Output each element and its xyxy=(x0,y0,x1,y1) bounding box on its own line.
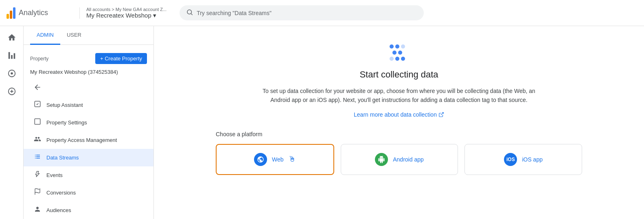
conversions-icon xyxy=(33,188,42,197)
platform-section: Choose a platform Web 🖱 Android app xyxy=(216,131,582,175)
property-label: Property xyxy=(30,56,48,62)
property-settings-label: Property Settings xyxy=(46,119,87,126)
svg-point-0 xyxy=(187,10,192,14)
breadcrumb: All accounts > My New GA4 account Z... xyxy=(86,7,166,12)
svg-point-10 xyxy=(401,44,405,49)
android-icon xyxy=(375,153,388,166)
svg-line-1 xyxy=(191,13,193,15)
search-bar[interactable]: Try searching "Data Streams" xyxy=(180,5,424,20)
sidebar-item-property-settings[interactable]: Property Settings xyxy=(24,114,153,131)
top-header: Analytics All accounts > My New GA4 acco… xyxy=(0,0,644,26)
audiences-icon xyxy=(33,206,42,215)
data-streams-icon xyxy=(33,153,42,162)
left-nav xyxy=(0,26,24,219)
sidebar-item-conversions[interactable]: Conversions xyxy=(24,184,153,201)
setup-assistant-icon xyxy=(33,100,42,110)
platform-card-web[interactable]: Web 🖱 xyxy=(216,144,334,175)
page-description: To set up data collection for your websi… xyxy=(256,86,541,105)
property-settings-icon xyxy=(33,118,42,127)
svg-point-9 xyxy=(395,44,399,49)
logo-text: Analytics xyxy=(19,9,48,17)
svg-point-15 xyxy=(401,57,405,61)
dropdown-arrow-icon: ▾ xyxy=(153,12,156,19)
svg-line-16 xyxy=(441,113,443,115)
sidebar-content: Property + Create Property My Recreatex … xyxy=(24,45,153,219)
main-content: Start collecting data To set up data col… xyxy=(154,26,644,219)
main-layout: ADMIN USER Property + Create Property My… xyxy=(0,26,644,219)
svg-point-8 xyxy=(390,44,394,49)
nav-explore-button[interactable] xyxy=(4,65,20,82)
tab-user[interactable]: USER xyxy=(60,26,88,45)
web-icon xyxy=(254,153,267,166)
sidebar-item-data-streams[interactable]: Data Streams xyxy=(24,149,153,166)
conversions-label: Conversions xyxy=(46,190,76,196)
sidebar-item-audiences[interactable]: Audiences xyxy=(24,201,153,219)
page-title: Start collecting data xyxy=(359,69,438,80)
nav-reports-button[interactable] xyxy=(4,47,20,64)
platform-cards: Web 🖱 Android app iOS iOS app xyxy=(216,144,582,175)
property-selector[interactable]: My Recreatex Webshop ▾ xyxy=(86,12,166,19)
svg-point-14 xyxy=(395,57,399,61)
web-label: Web xyxy=(272,156,284,163)
create-property-button[interactable]: + Create Property xyxy=(95,53,147,64)
nav-home-button[interactable] xyxy=(4,29,20,46)
sidebar-item-setup-assistant[interactable]: Setup Assistant xyxy=(24,96,153,114)
svg-rect-6 xyxy=(35,119,40,124)
audiences-label: Audiences xyxy=(46,207,71,213)
search-icon xyxy=(186,9,193,17)
setup-assistant-label: Setup Assistant xyxy=(46,102,83,108)
search-placeholder: Try searching "Data Streams" xyxy=(197,10,272,16)
data-streams-label: Data Streams xyxy=(46,155,79,161)
property-header: Property + Create Property xyxy=(24,50,153,67)
logo-area: Analytics xyxy=(7,7,80,19)
svg-point-3 xyxy=(11,72,13,75)
ios-label: iOS app xyxy=(522,156,543,163)
ios-platform-icon: iOS xyxy=(504,153,517,166)
svg-point-11 xyxy=(392,51,396,55)
platform-card-android[interactable]: Android app xyxy=(341,144,458,175)
svg-point-12 xyxy=(398,51,402,55)
platform-label: Choose a platform xyxy=(216,131,582,137)
nav-advertising-button[interactable] xyxy=(4,83,20,100)
svg-point-13 xyxy=(390,57,394,61)
analytics-logo-icon xyxy=(7,7,15,19)
learn-more-link[interactable]: Learn more about data collection xyxy=(354,111,444,118)
tab-admin[interactable]: ADMIN xyxy=(30,26,60,45)
events-icon xyxy=(33,170,42,180)
admin-panel: ADMIN USER Property + Create Property My… xyxy=(24,26,154,219)
tabs-row: ADMIN USER xyxy=(24,26,153,45)
android-label: Android app xyxy=(393,156,424,163)
data-collection-icon xyxy=(387,42,411,63)
property-access-label: Property Access Management xyxy=(46,137,117,143)
cursor-icon: 🖱 xyxy=(289,155,296,164)
account-area: All accounts > My New GA4 account Z... M… xyxy=(80,7,173,19)
back-arrow-button[interactable] xyxy=(30,80,45,95)
sidebar-item-events[interactable]: Events xyxy=(24,166,153,184)
property-account-name: My Recreatex Webshop (374525384) xyxy=(24,67,153,78)
property-access-icon xyxy=(33,135,42,145)
sidebar-item-property-access[interactable]: Property Access Management xyxy=(24,131,153,149)
platform-card-ios[interactable]: iOS iOS app xyxy=(464,144,582,175)
events-label: Events xyxy=(46,172,63,178)
